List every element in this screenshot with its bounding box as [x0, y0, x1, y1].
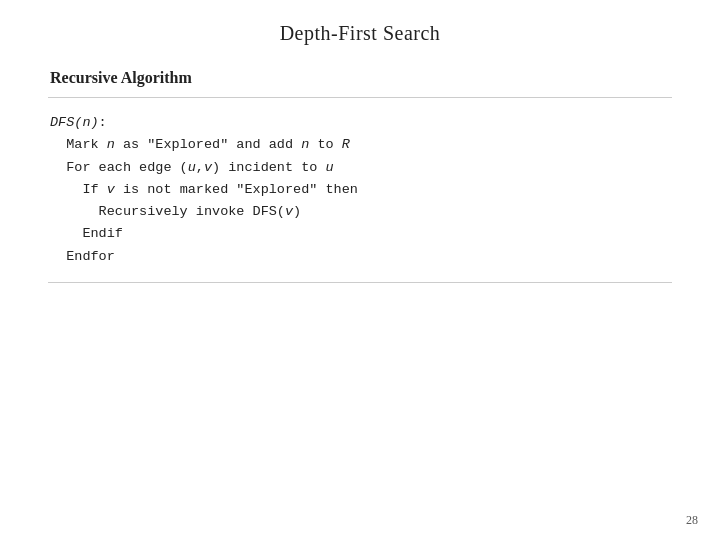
code-line-3: For each edge (u,v) incident to u: [50, 157, 670, 179]
code-line-7: Endfor: [50, 246, 670, 268]
code-line-5: Recursively invoke DFS(v): [50, 201, 670, 223]
code-line-1: DFS(n):: [50, 112, 670, 134]
code-line-2: Mark n as "Explored" and add n to R: [50, 134, 670, 156]
section-label: Recursive Algorithm: [50, 69, 720, 87]
bottom-divider: [48, 282, 672, 283]
page-title: Depth-First Search: [0, 0, 720, 45]
code-line-6: Endif: [50, 223, 670, 245]
code-line-4: If v is not marked "Explored" then: [50, 179, 670, 201]
top-divider: [48, 97, 672, 98]
page-number: 28: [686, 513, 698, 528]
code-block: DFS(n): Mark n as "Explored" and add n t…: [50, 112, 670, 268]
